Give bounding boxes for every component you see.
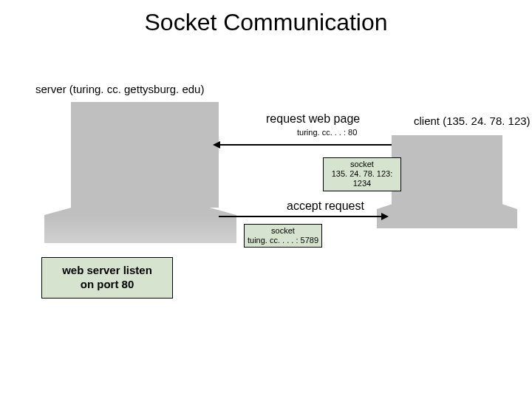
server-keyboard-icon [44, 215, 236, 243]
request-arrow-icon [219, 144, 392, 146]
web-server-listen-box: web server listen on port 80 [41, 257, 173, 299]
request-port-label: turing. cc. . . : 80 [297, 128, 357, 137]
listen-line1: web server listen [62, 264, 152, 278]
server-label: server (turing. cc. gettysburg. edu) [35, 83, 204, 95]
server-socket-box: socket tuing. cc. . . . : 5789 [244, 224, 322, 248]
listen-line2: on port 80 [62, 278, 152, 292]
client-socket-line1: socket [327, 160, 398, 169]
accept-arrow-icon [219, 216, 383, 217]
page-title: Socket Communication [0, 0, 532, 36]
client-monitor-icon [392, 135, 502, 204]
client-keyboard-icon [377, 209, 517, 228]
server-monitor-icon [71, 102, 219, 208]
request-web-page-label: request web page [266, 112, 360, 126]
client-socket-box: socket 135. 24. 78. 123: 1234 [323, 157, 401, 191]
accept-request-label: accept request [287, 200, 364, 213]
client-label: client (135. 24. 78. 123) [414, 115, 531, 127]
server-socket-line2: tuing. cc. . . . : 5789 [248, 236, 318, 245]
client-socket-line2: 135. 24. 78. 123: 1234 [327, 169, 398, 188]
server-socket-line1: socket [248, 226, 318, 236]
